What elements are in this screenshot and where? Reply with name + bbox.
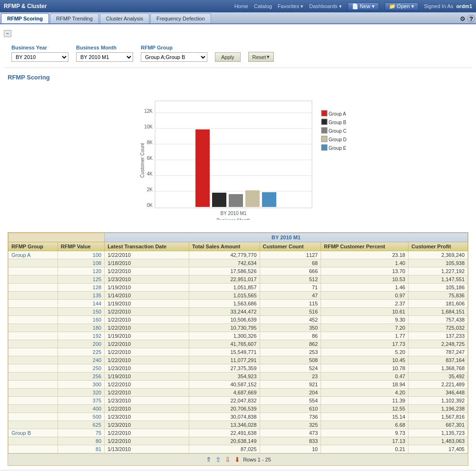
rfmp-value-cell: 120 bbox=[58, 267, 104, 275]
count-cell: 666 bbox=[260, 267, 321, 275]
tab-rfmp-scoring[interactable]: RFMP Scoring bbox=[1, 13, 49, 23]
svg-rect-21 bbox=[321, 128, 327, 133]
svg-text:0K: 0K bbox=[146, 203, 153, 208]
percent-cell: 10.53 bbox=[321, 275, 408, 284]
profit-cell: 787,247 bbox=[408, 348, 468, 356]
percent-cell: 1.77 bbox=[321, 332, 408, 340]
dashboards-chevron-icon: ▾ bbox=[339, 3, 342, 9]
profit-cell: 1,567,816 bbox=[408, 413, 468, 421]
nav-catalog[interactable]: Catalog bbox=[254, 3, 272, 9]
percent-cell: 12.55 bbox=[321, 405, 408, 413]
business-year-filter: Business Year BY 2010 bbox=[11, 45, 68, 62]
sales-cell: 10,730,795 bbox=[189, 324, 260, 332]
apply-button[interactable]: Apply bbox=[215, 52, 241, 62]
favorites-chevron-icon: ▾ bbox=[301, 3, 303, 9]
count-cell: 71 bbox=[260, 284, 321, 292]
sales-cell: 22,951,017 bbox=[189, 275, 260, 284]
sales-cell: 15,549,771 bbox=[189, 348, 260, 356]
sales-cell: 30,074,838 bbox=[189, 413, 260, 421]
rfmp-value-cell: 75 bbox=[58, 429, 104, 437]
profit-cell: 2,369,240 bbox=[408, 251, 468, 259]
date-cell: 1/22/2010 bbox=[105, 267, 189, 275]
profit-cell: 17,405 bbox=[408, 445, 468, 453]
open-chevron-icon: ▾ bbox=[411, 3, 414, 10]
profit-cell: 757,438 bbox=[408, 316, 468, 324]
rfmp-value-cell: 625 bbox=[58, 421, 104, 429]
date-cell: 1/22/2010 bbox=[105, 405, 189, 413]
count-cell: 512 bbox=[260, 275, 321, 284]
rfmp-group-cell bbox=[9, 356, 58, 364]
app-title: RFMP & Cluster bbox=[4, 3, 47, 10]
profit-cell: 1,196,238 bbox=[408, 405, 468, 413]
percent-cell: 6.68 bbox=[321, 421, 408, 429]
sales-cell: 42,779,770 bbox=[189, 251, 260, 259]
rfmp-group-cell bbox=[9, 381, 58, 389]
rfmp-group-cell bbox=[9, 284, 58, 292]
date-cell: 1/14/2010 bbox=[105, 292, 189, 300]
rfmp-value-cell: 108 bbox=[58, 259, 104, 267]
settings-icon[interactable]: ⚙ bbox=[460, 15, 466, 22]
first-page-button[interactable]: ⇑ bbox=[205, 456, 213, 463]
rfmp-group-cell bbox=[9, 364, 58, 373]
nav-home[interactable]: Home bbox=[234, 3, 248, 9]
open-button[interactable]: 📁 Open ▾ bbox=[385, 2, 418, 10]
col-header-sales: Total Sales Amount bbox=[189, 242, 260, 251]
tab-rfmp-trending[interactable]: RFMP Trending bbox=[50, 13, 99, 23]
table-row: 125 1/23/2010 22,951,017 512 10.53 1,147… bbox=[9, 275, 468, 284]
rfmp-value-cell: 144 bbox=[58, 300, 104, 308]
profit-cell: 35,492 bbox=[408, 373, 468, 381]
sales-cell: 1,563,686 bbox=[189, 300, 260, 308]
download-button[interactable]: ⬇ bbox=[233, 456, 241, 463]
new-button[interactable]: 📄 New ▾ bbox=[348, 2, 379, 10]
svg-text:8K: 8K bbox=[146, 140, 153, 145]
business-year-select[interactable]: BY 2010 bbox=[11, 52, 68, 62]
chart-inner: 0K 2K 4K 6K 8K 10K 12K Customer Count bbox=[138, 87, 338, 221]
svg-text:4K: 4K bbox=[146, 171, 153, 177]
col-header-profit: Customer Profit bbox=[408, 242, 468, 251]
reset-button[interactable]: Reset ▾ bbox=[248, 52, 274, 62]
rfmp-group-cell bbox=[9, 421, 58, 429]
svg-rect-17 bbox=[321, 110, 327, 116]
bar-group-a bbox=[195, 129, 210, 207]
prev-page-button[interactable]: ⇧ bbox=[214, 456, 222, 463]
table-row: 256 1/19/2010 354,923 23 0.47 35,492 bbox=[9, 373, 468, 381]
nav-dashboards[interactable]: Dashboards ▾ bbox=[309, 3, 341, 10]
rfmp-value-cell: 400 bbox=[58, 405, 104, 413]
favorites-label: Favorites bbox=[278, 3, 299, 9]
rfmp-group-cell bbox=[9, 316, 58, 324]
tab-cluster-analysis[interactable]: Cluster Analysis bbox=[100, 13, 149, 23]
sales-cell: 40,587,152 bbox=[189, 381, 260, 389]
collapse-button[interactable]: − bbox=[4, 30, 11, 37]
count-cell: 325 bbox=[260, 421, 321, 429]
rfmp-value-cell: 100 bbox=[58, 251, 104, 259]
next-page-button[interactable]: ⇩ bbox=[224, 456, 232, 463]
sales-cell: 41,765,607 bbox=[189, 340, 260, 348]
table-row: 192 1/19/2010 1,300,326 86 1.77 137,233 bbox=[9, 332, 468, 340]
tab-frequency-defection[interactable]: Frequency Defection bbox=[150, 13, 211, 23]
percent-cell: 10.61 bbox=[321, 308, 408, 316]
profit-cell: 2,248,725 bbox=[408, 340, 468, 348]
business-month-select[interactable]: BY 2010 M1 bbox=[76, 52, 133, 62]
profit-cell: 75,836 bbox=[408, 292, 468, 300]
table-row: 320 1/22/2010 4,687,669 204 4.20 346,448 bbox=[9, 389, 468, 397]
table-row: 180 1/22/2010 10,730,795 350 7.20 725,03… bbox=[9, 324, 468, 332]
sales-cell: 22,047,832 bbox=[189, 397, 260, 405]
rfmp-group-cell bbox=[9, 405, 58, 413]
percent-cell: 11.39 bbox=[321, 397, 408, 405]
help-icon[interactable]: ? bbox=[467, 15, 475, 22]
profit-cell: 1,102,392 bbox=[408, 397, 468, 405]
percent-cell: 17.73 bbox=[321, 340, 408, 348]
table-row: 81 1/13/2010 87,025 10 0.21 17,405 bbox=[9, 445, 468, 453]
new-chevron-icon: ▾ bbox=[372, 3, 375, 10]
rfmp-group-cell: Group A bbox=[9, 251, 58, 259]
date-cell: 1/22/2010 bbox=[105, 437, 189, 445]
sales-cell: 354,923 bbox=[189, 373, 260, 381]
count-cell: 862 bbox=[260, 340, 321, 348]
col-header-date: Latest Transaction Date bbox=[105, 242, 189, 251]
count-cell: 10 bbox=[260, 445, 321, 453]
table-row: 150 1/22/2010 33,244,472 516 10.61 1,684… bbox=[9, 308, 468, 316]
rfmp-group-select[interactable]: Group A;Group B bbox=[141, 52, 207, 62]
nav-favorites[interactable]: Favorites ▾ bbox=[278, 3, 303, 10]
sales-cell: 10,506,639 bbox=[189, 316, 260, 324]
date-cell: 1/13/2010 bbox=[105, 445, 189, 453]
